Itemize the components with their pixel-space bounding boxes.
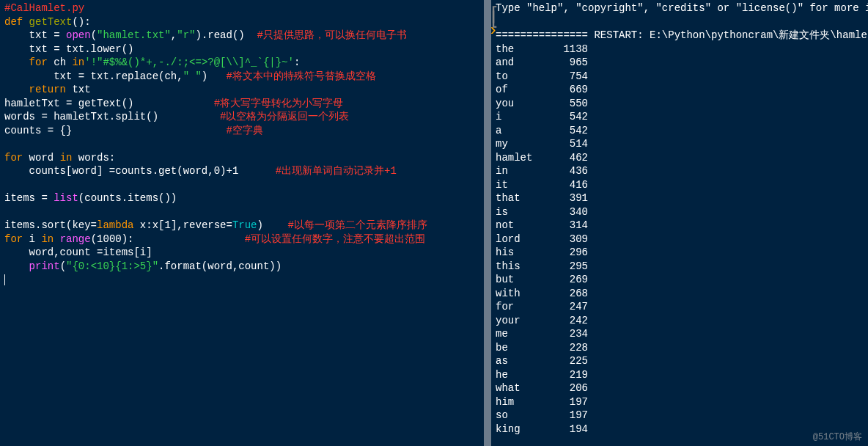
code-token [54, 233, 59, 245]
code-line[interactable] [4, 205, 479, 219]
code-token: True [232, 219, 257, 231]
code-token: ) [257, 219, 288, 231]
shell-restart-line: =============== RESTART: E:\Python\pytho… [496, 29, 864, 43]
freq-row: that 391 [496, 191, 864, 205]
code-line[interactable]: #CalHamlet.py [4, 1, 479, 15]
code-token: txt = txt.lower() [4, 43, 133, 55]
freq-row: not 314 [496, 219, 864, 233]
freq-row: he 219 [496, 368, 864, 382]
code-token: "hamlet.txt" [97, 29, 171, 41]
freq-row: the 1138 [496, 43, 864, 56]
code-token: list [54, 192, 78, 204]
code-token: #出现新单词自动记录并+1 [276, 165, 397, 177]
code-token: 1000 [97, 233, 122, 245]
code-token: "{0:<10}{1:>5}" [66, 260, 158, 272]
code-token: ) [202, 70, 227, 82]
code-token: ( [91, 29, 97, 41]
code-line[interactable] [4, 137, 479, 151]
code-editor-pane[interactable]: #CalHamlet.pydef getText(): txt = open("… [0, 0, 484, 446]
code-token: in [41, 233, 54, 245]
code-token: #将文本中的特殊符号替换成空格 [226, 70, 375, 82]
code-line[interactable]: print("{0:<10}{1:>5}".format(word,count)… [4, 260, 479, 274]
code-line[interactable]: for i in range(1000): #可以设置任何数字，注意不要超出范围 [4, 233, 479, 246]
freq-row: of 669 [496, 83, 864, 97]
shell-output-pane[interactable]: ⌈ ⌊ › Type "help", "copyright", "credits… [491, 0, 868, 446]
code-token: x:x[ [133, 219, 164, 231]
freq-row: lord 309 [496, 233, 864, 246]
code-lines-container: #CalHamlet.pydef getText(): txt = open("… [4, 1, 479, 273]
code-line[interactable]: counts = {} #空字典 [4, 124, 479, 138]
code-line[interactable]: txt = txt.replace(ch," ") #将文本中的特殊符号替换成空… [4, 70, 479, 84]
freq-row: so 197 [496, 409, 864, 423]
code-token [4, 84, 29, 95]
code-token: : [294, 56, 300, 68]
freq-row: my 514 [496, 137, 864, 151]
watermark-label: @51CTO博客 [813, 431, 862, 443]
code-token: return [29, 84, 66, 95]
freq-row: is 340 [496, 205, 864, 219]
code-line[interactable]: def getText(): [4, 15, 479, 29]
code-token: " " [183, 70, 202, 82]
code-token: #空字典 [226, 125, 262, 136]
code-token: 1 [164, 219, 170, 231]
freq-row: to 754 [496, 70, 864, 84]
pane-divider[interactable] [484, 0, 491, 446]
code-token: words: [72, 152, 115, 164]
freq-row: be 228 [496, 341, 864, 355]
code-token: txt [66, 84, 91, 95]
freq-row: i 542 [496, 110, 864, 124]
frequency-output: the 1138and 965to 754of 669you 550i 542a… [496, 43, 864, 436]
code-token: word,count =items[i] [4, 246, 152, 258]
code-line[interactable]: return txt [4, 83, 479, 97]
shell-blank-line [496, 15, 864, 29]
code-token: #CalHamlet.py [4, 2, 84, 14]
code-line[interactable]: words = hamletTxt.split() #以空格为分隔返回一个列表 [4, 110, 479, 124]
freq-row: hamlet 462 [496, 151, 864, 165]
code-line[interactable]: for ch in'!"#$%&()*+,-./:;<=>?@[\\]^_`{|… [4, 56, 479, 70]
code-token: counts[word] =counts.get(word, [4, 165, 214, 177]
code-token: ).read() [195, 29, 257, 41]
code-token [238, 165, 275, 177]
code-token: , [171, 29, 177, 41]
code-token [4, 206, 10, 218]
code-token: words = hamletTxt.split() [4, 111, 220, 123]
freq-row: for 247 [496, 300, 864, 314]
shell-intro-line: Type "help", "copyright", "credits" or "… [496, 1, 864, 15]
code-token: (): [72, 16, 90, 28]
code-token: items = [4, 192, 54, 204]
freq-row: with 268 [496, 287, 864, 301]
code-token: in [72, 56, 84, 68]
freq-row: a 542 [496, 124, 864, 138]
code-token: hamletTxt = getText() [4, 98, 214, 109]
code-line[interactable]: for word in words: [4, 151, 479, 165]
prompt-icon: › [488, 22, 498, 40]
code-token: .format(word,count)) [158, 260, 282, 272]
freq-row: me 234 [496, 327, 864, 341]
freq-row: in 436 [496, 164, 864, 178]
code-token: ],reverse= [171, 219, 232, 231]
code-token: open [66, 29, 91, 41]
code-line[interactable]: word,count =items[i] [4, 246, 479, 260]
code-token: getText [29, 16, 73, 28]
freq-row: it 416 [496, 178, 864, 192]
code-line[interactable]: txt = txt.lower() [4, 43, 479, 56]
code-token: items.sort(key= [4, 219, 97, 231]
code-token: for [4, 152, 23, 164]
code-token: txt = txt.replace(ch, [4, 70, 183, 82]
code-line[interactable]: counts[word] =counts.get(word,0)+1 #出现新单… [4, 164, 479, 178]
code-line[interactable] [4, 178, 479, 192]
code-token: 0 [214, 165, 220, 177]
freq-row: as 225 [496, 354, 864, 368]
code-token: range [60, 233, 91, 245]
code-line[interactable]: items.sort(key=lambda x:x[1],reverse=Tru… [4, 219, 479, 233]
cursor-line [4, 273, 479, 287]
freq-row: you 550 [496, 97, 864, 111]
code-token: in [60, 152, 73, 164]
code-line[interactable]: txt = open("hamlet.txt","r").read() #只提供… [4, 29, 479, 43]
freq-row: your 242 [496, 314, 864, 328]
freq-row: but 269 [496, 273, 864, 287]
code-token: for [29, 56, 48, 68]
code-token: lambda [97, 219, 133, 231]
code-line[interactable]: items = list(counts.items()) [4, 191, 479, 205]
code-line[interactable]: hamletTxt = getText() #将大写字母转化为小写字母 [4, 97, 479, 111]
